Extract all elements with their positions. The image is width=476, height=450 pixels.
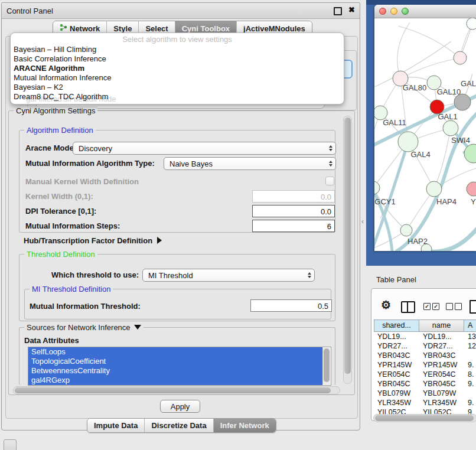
unchecked-checkbox-icon[interactable]: [455, 303, 462, 310]
node-label: GAL4: [410, 150, 430, 159]
table-cell[interactable]: 9.: [464, 360, 476, 370]
algorithm-definition-group: Algorithm Definition Aracne Mode: Discov…: [19, 130, 335, 233]
mi-threshold-group: MI Threshold Definition Mutual Informati…: [24, 289, 331, 319]
table-cell[interactable]: YLR345W: [419, 398, 464, 407]
close-traffic-light[interactable]: [379, 8, 386, 15]
column-header-name[interactable]: name: [419, 319, 464, 332]
kernel-width-label: Kernel Width (0,1):: [25, 192, 93, 201]
algorithm-popup-list: Bayesian – Hill ClimbingBasic Correlatio…: [11, 45, 344, 102]
dpi-tolerance-input[interactable]: 0.0: [252, 205, 335, 217]
attribute-item[interactable]: SelfLoops: [28, 347, 322, 357]
table-cell[interactable]: YIL052C: [419, 407, 464, 414]
table-row[interactable]: YDR27...YDR27...12: [374, 341, 476, 351]
sources-toggle[interactable]: Sources for Network Inference: [24, 323, 144, 332]
table-cell[interactable]: YPR145W: [374, 360, 419, 370]
table-cell[interactable]: YPR145W: [419, 360, 464, 370]
table-row[interactable]: YBL079WYBL079W: [374, 389, 476, 398]
table-cell[interactable]: [464, 351, 476, 360]
algorithm-option[interactable]: Mutual Information Inference: [11, 73, 344, 83]
table-cell[interactable]: YER054C: [419, 370, 464, 379]
table-row[interactable]: YBR045CYBR045C9.: [374, 379, 476, 389]
close-icon[interactable]: ✖: [348, 5, 355, 14]
checked-checkbox-icon[interactable]: ✓: [423, 303, 431, 310]
table-cell[interactable]: YDR27...: [374, 341, 419, 351]
table-cell[interactable]: YBR045C: [374, 379, 419, 389]
table-cell[interactable]: 13: [464, 332, 476, 341]
table-row[interactable]: YDL19...YDL19...13: [374, 332, 476, 341]
network-node-y[interactable]: Y: [467, 182, 476, 206]
table-cell[interactable]: 8.: [464, 370, 476, 379]
table-cell[interactable]: YBR043C: [374, 351, 419, 360]
gear-icon[interactable]: ⚙: [381, 299, 391, 311]
bottom-left-partial-button[interactable]: [4, 439, 17, 450]
algorithm-option[interactable]: Bayesian – Hill Climbing: [11, 45, 344, 54]
control-panel-titlebar: Control Panel ✖: [2, 3, 360, 19]
attribute-item[interactable]: TopologicalCoefficient: [28, 357, 322, 366]
table-cell[interactable]: YBR043C: [419, 351, 464, 360]
algorithm-option[interactable]: Bayesian – K2: [11, 83, 344, 92]
columns-icon[interactable]: [401, 301, 415, 313]
algorithm-option[interactable]: Dream8 DC_TDC Algorithm: [11, 92, 344, 102]
table-cell[interactable]: YDR27...: [419, 341, 464, 351]
column-header-shared-name[interactable]: shared...: [374, 319, 419, 332]
mi-threshold-input[interactable]: 0.5: [250, 299, 332, 312]
network-window: GALGAL80GAL10GAL1GAL11SWI4GAL4GCY1HAP4YH…: [374, 5, 476, 251]
kernel-width-input[interactable]: 0.0: [252, 190, 335, 203]
document-icon[interactable]: [470, 300, 476, 314]
unchecked-checkbox-icon[interactable]: [446, 303, 453, 310]
table-row[interactable]: YER054CYER054C8.: [374, 370, 476, 379]
algorithm-option[interactable]: ARACNE Algorithm: [11, 64, 344, 73]
zoom-traffic-light[interactable]: [402, 8, 409, 15]
table-cell[interactable]: YIL052C: [374, 407, 419, 414]
table-row[interactable]: YIL052CYIL052C9: [374, 407, 476, 414]
table-cell[interactable]: YLR345W: [374, 398, 419, 407]
table-row[interactable]: YPR145WYPR145W9.: [374, 360, 476, 370]
table-cell[interactable]: 9: [464, 407, 476, 414]
table-cell[interactable]: 12: [464, 341, 476, 351]
mi-steps-input[interactable]: 6: [252, 220, 335, 232]
network-icon: [60, 24, 67, 33]
table-cell[interactable]: YDL19...: [374, 332, 419, 341]
attribute-item[interactable]: gal4RGexp: [28, 376, 322, 385]
table-cell[interactable]: YBL079W: [419, 389, 464, 398]
minimize-traffic-light[interactable]: [390, 8, 397, 15]
float-window-icon[interactable]: [334, 7, 342, 15]
table-cell[interactable]: YER054C: [374, 370, 419, 379]
apply-button[interactable]: Apply: [160, 400, 200, 413]
table-cell[interactable]: YBL079W: [374, 389, 419, 398]
attributes-scrollbar[interactable]: [322, 348, 330, 384]
node-label: GAL1: [438, 112, 457, 121]
table-cell[interactable]: YBR045C: [419, 379, 464, 389]
network-canvas[interactable]: GALGAL80GAL10GAL1GAL11SWI4GAL4GCY1HAP4YH…: [374, 18, 476, 251]
data-attributes-list[interactable]: SelfLoopsTopologicalCoefficientBetweenne…: [28, 347, 331, 386]
panel-collapse-arrow[interactable]: ‹: [361, 217, 364, 226]
tab-infer-network[interactable]: Infer Network: [213, 419, 276, 432]
network-node-gal11[interactable]: GAL11: [374, 106, 406, 127]
table-row[interactable]: YBR043CYBR043C: [374, 351, 476, 360]
network-window-titlebar[interactable]: [374, 5, 476, 18]
hub-definition-toggle[interactable]: Hub/Transcription Factor Definition: [24, 236, 162, 245]
manual-kernel-checkbox[interactable]: [325, 177, 334, 185]
which-threshold-select[interactable]: MI Threshold: [142, 269, 315, 282]
column-header-partial[interactable]: A: [464, 319, 476, 332]
tab-discretize-data[interactable]: Discretize Data: [144, 419, 213, 432]
table-horizontal-scrollbar[interactable]: [373, 414, 476, 422]
network-node-gal10[interactable]: GAL10: [427, 76, 461, 96]
table-cell[interactable]: [464, 389, 476, 398]
algorithm-option[interactable]: Basic Correlation Inference: [11, 54, 344, 64]
table-row[interactable]: YLR345WYLR345W9.: [374, 398, 476, 407]
settings-vertical-scrollbar[interactable]: [343, 116, 352, 384]
table-cell[interactable]: YDL19...: [419, 332, 464, 341]
network-node-gal[interactable]: GAL: [454, 51, 476, 88]
tab-impute-data[interactable]: Impute Data: [87, 419, 144, 432]
attribute-item[interactable]: BetweennessCentrality: [28, 366, 322, 376]
aracne-mode-select[interactable]: Discovery: [73, 142, 336, 155]
checked-checkbox-icon[interactable]: ✓: [432, 303, 439, 310]
mi-type-select[interactable]: Naive Bayes: [164, 157, 336, 170]
network-node[interactable]: [467, 18, 476, 30]
table-cell[interactable]: 9.: [464, 398, 476, 407]
table-cell[interactable]: 9.: [464, 379, 476, 389]
settings-horizontal-scrollbar[interactable]: [13, 386, 340, 394]
tab-label: Infer Network: [220, 421, 269, 430]
network-node[interactable]: [454, 94, 471, 110]
